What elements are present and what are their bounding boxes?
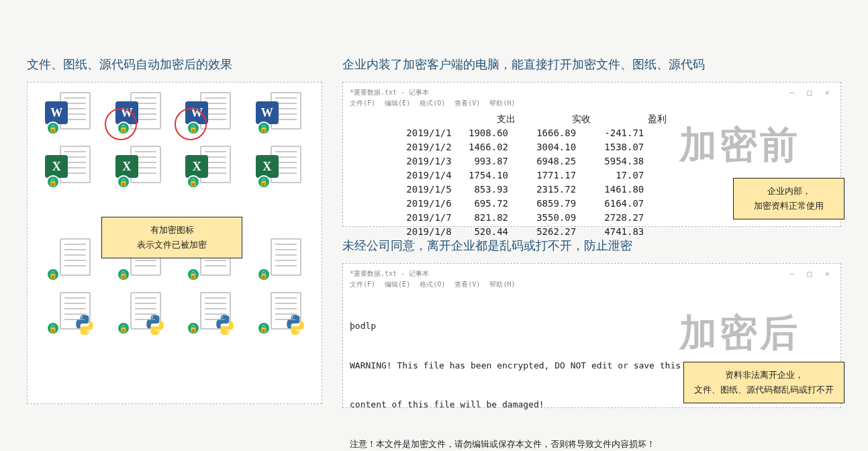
window-controls-icon[interactable]: — □ × <box>789 269 834 279</box>
word-file-icon: W🔒 <box>256 92 304 134</box>
word-file-icon: W🔒 <box>185 92 234 134</box>
menu-format[interactable]: 格式(O) <box>420 99 445 107</box>
lock-icon: 🔒 <box>257 321 271 335</box>
menu-bar[interactable]: 文件(F) 编辑(E) 格式(O) 查看(V) 帮助(H) <box>350 280 834 289</box>
tooltip-line1: 有加密图标 <box>109 223 235 238</box>
menu-view[interactable]: 查看(V) <box>454 281 480 288</box>
python-icon <box>144 313 166 336</box>
lock-icon: 🔒 <box>187 268 200 281</box>
menu-file[interactable]: 文件(F) <box>350 99 375 107</box>
encryption-tooltip: 有加密图标 表示文件已被加密 <box>101 217 242 258</box>
lock-icon: 🔒 <box>257 268 271 281</box>
window-controls-icon[interactable]: — □ × <box>789 88 834 97</box>
excel-file-icon: X🔒 <box>45 146 93 187</box>
word-file-icon: W🔒 <box>115 92 164 134</box>
lock-icon: 🔒 <box>117 268 130 281</box>
lock-icon: 🔒 <box>257 121 271 135</box>
word-file-icon: W🔒 <box>45 92 93 134</box>
lock-icon: 🔒 <box>117 321 130 335</box>
lock-icon: 🔒 <box>117 121 130 135</box>
python-file-icon: 🔒 <box>115 292 164 334</box>
right-section-title-1: 企业内装了加密客户端的电脑，能直接打开加密文件、图纸、源代码 <box>342 56 841 72</box>
menu-edit[interactable]: 编辑(E) <box>385 99 410 107</box>
menu-bar[interactable]: 文件(F) 编辑(E) 格式(O) 查看(V) 帮助(H) <box>350 99 834 108</box>
excel-file-icon: X🔒 <box>256 146 304 187</box>
window-title: *重要数据.txt - 记事本 <box>350 88 429 97</box>
encrypted-files-grid: W🔒 W🔒 W🔒 W🔒 X🔒 X🔒 X🔒 X🔒 🔒 🔒 🔒 🔒 🔒 🔒 <box>34 92 315 334</box>
lock-icon: 🔒 <box>257 175 271 189</box>
lock-icon: 🔒 <box>117 175 130 189</box>
python-file-icon: 🔒 <box>45 292 93 334</box>
text-file-icon: 🔒 <box>256 238 304 280</box>
python-icon <box>284 313 307 336</box>
lock-icon: 🔒 <box>46 121 60 135</box>
python-file-icon: 🔒 <box>256 292 304 334</box>
tooltip-line2: 表示文件已被加密 <box>109 238 235 252</box>
notepad-before-panel: *重要数据.txt - 记事本 — □ × 文件(F) 编辑(E) 格式(O) … <box>342 82 841 227</box>
lock-icon: 🔒 <box>46 321 60 335</box>
right-section-title-2: 未经公司同意，离开企业都是乱码或打不开，防止泄密 <box>342 238 841 254</box>
notepad-after-panel: *重要数据.txt - 记事本 — □ × 文件(F) 编辑(E) 格式(O) … <box>342 263 841 408</box>
left-section-title: 文件、图纸、源代码自动加密后的效果 <box>27 56 322 72</box>
lock-icon: 🔒 <box>187 321 200 335</box>
text-file-icon: 🔒 <box>45 238 93 280</box>
lock-icon: 🔒 <box>187 175 200 189</box>
excel-file-icon: X🔒 <box>185 146 234 187</box>
excel-file-icon: X🔒 <box>115 146 164 187</box>
python-file-icon: 🔒 <box>185 292 234 334</box>
callout-before: 企业内部， 加密资料正常使用 <box>733 178 845 219</box>
plaintext-data-table: 支出 实收 盈利 2019/1/1 1908.60 1666.89 -241.7… <box>350 112 834 239</box>
lock-icon: 🔒 <box>187 121 200 135</box>
python-icon <box>73 313 96 336</box>
menu-view[interactable]: 查看(V) <box>454 99 480 107</box>
python-icon <box>213 313 236 336</box>
menu-file[interactable]: 文件(F) <box>350 281 375 288</box>
menu-help[interactable]: 帮助(H) <box>489 99 515 107</box>
menu-format[interactable]: 格式(O) <box>420 281 445 288</box>
lock-icon: 🔒 <box>46 175 60 189</box>
menu-help[interactable]: 帮助(H) <box>489 281 515 288</box>
window-title: *重要数据.txt - 记事本 <box>350 269 429 279</box>
callout-after: 资料非法离开企业， 文件、图纸、源代码都乱码或打不开 <box>683 362 845 403</box>
lock-icon: 🔒 <box>46 268 60 281</box>
menu-edit[interactable]: 编辑(E) <box>385 281 410 288</box>
